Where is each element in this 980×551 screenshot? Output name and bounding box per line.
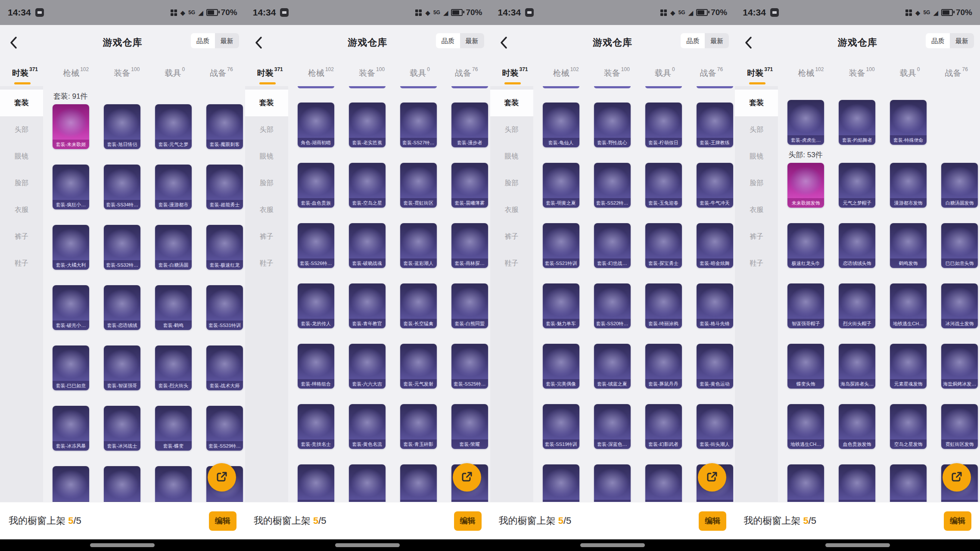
sidebar-item-face[interactable]: 脸部 (735, 170, 778, 196)
item-card[interactable]: 套装-龙的传人 (298, 283, 334, 328)
item-card[interactable]: 白糖汤圆发饰 (941, 163, 978, 208)
item-card[interactable]: 角色-达芬奇 (53, 466, 89, 502)
item-card[interactable]: 元气之梦帽子 (839, 163, 875, 208)
item-card[interactable]: 套装-老实芭蕉 (349, 103, 386, 147)
share-showcase-fab[interactable] (208, 463, 236, 492)
item-card[interactable]: 套装-荣耀 (451, 404, 488, 449)
sidebar-item-clothes[interactable]: 衣服 (490, 196, 533, 223)
item-card[interactable]: 套装-野性战心 (594, 103, 631, 147)
back-button[interactable] (252, 35, 265, 51)
item-card[interactable]: 套装-恋语绒绒 (104, 285, 140, 330)
item-card[interactable]: 套装-SS29特… (206, 406, 243, 451)
item-card[interactable]: 套装-鹤鸣 (155, 285, 192, 330)
sidebar-item-face[interactable]: 脸部 (245, 170, 288, 196)
item-card[interactable]: 套装-六六大吉 (349, 344, 386, 389)
sidebar-item-shoes[interactable]: 鞋子 (490, 250, 533, 277)
home-indicator[interactable] (335, 543, 400, 547)
item-card[interactable]: 血色贵族发饰 (839, 404, 875, 449)
sort-quality-button[interactable]: 品质 (926, 33, 950, 48)
item-card[interactable]: 漫游都市发饰 (890, 163, 927, 208)
item-card[interactable]: 套装-智谋强哥 (104, 346, 140, 390)
item-card[interactable]: 套装-明黄之夏 (543, 163, 579, 208)
sidebar-item-face[interactable]: 脸部 (0, 170, 43, 196)
item-card[interactable]: 套装-幻影武者 (645, 404, 682, 449)
item-card[interactable]: 套装-疯狂小… (53, 165, 89, 209)
item-card[interactable]: 烈火街头帽子 (839, 283, 875, 328)
tab-vehicles[interactable]: 载具0 (900, 68, 920, 79)
item-card[interactable]: 智谋强哥帽子 (787, 283, 824, 328)
sort-latest-button[interactable]: 最新 (215, 33, 239, 48)
tab-equipment[interactable]: 装备100 (114, 68, 140, 79)
sidebar-item-head[interactable]: 头部 (735, 116, 778, 143)
item-card[interactable]: 套装-雨林探… (451, 223, 488, 268)
item-card[interactable]: 套装-SS17特训 (645, 464, 682, 502)
item-card[interactable]: 套装-格斗先锋 (697, 283, 733, 328)
item-card[interactable]: 角色-湖雨初晴 (298, 103, 334, 147)
sidebar-item-shoes[interactable]: 鞋子 (735, 250, 778, 277)
item-card[interactable]: 套装-黄色运动 (697, 344, 733, 389)
item-card[interactable]: 套装-霓虹街区 (400, 163, 437, 208)
item-card[interactable]: 套装-旭日情侣 (104, 104, 140, 149)
item-card[interactable]: 套装-竞技达… (349, 464, 386, 502)
item-card[interactable]: 套装-SS18特训 (594, 464, 631, 502)
edit-button[interactable]: 编辑 (944, 511, 971, 531)
item-card[interactable]: 套装-特殊使命 (890, 100, 927, 145)
item-card[interactable]: 套装-烈火街头 (155, 346, 192, 390)
item-card[interactable]: 巳巳如意头饰 (941, 223, 978, 268)
item-card[interactable]: 冰河战士发饰 (941, 283, 978, 328)
item-card[interactable]: 套装-破壳小… (53, 285, 89, 330)
item-card[interactable]: 鹤鸣发饰 (890, 223, 927, 268)
item-card[interactable]: 套装-玉兔迎春 (645, 163, 682, 208)
item-card[interactable]: 极速红龙头巾 (787, 223, 824, 268)
item-grid-scroll-area[interactable]: 套装-虎虎生…套装-灼焰舞者套装-特殊使命头部: 53件未来歌姬发饰元气之梦帽子… (778, 86, 980, 502)
item-card[interactable]: 套装-竞技名士 (298, 404, 334, 449)
item-card[interactable]: 套装-元气之梦 (155, 104, 192, 149)
item-card[interactable]: 套装-SS34特… (104, 165, 140, 209)
item-card[interactable]: 套装-长空猛禽 (400, 283, 437, 328)
item-card[interactable]: 套装-魅力单车 (543, 283, 579, 328)
item-card[interactable]: 套装-黄色名流 (349, 404, 386, 449)
item-card[interactable]: 套装-深蓝色… (594, 404, 631, 449)
sidebar-item-head[interactable]: 头部 (245, 116, 288, 143)
item-card[interactable]: 套装-SS26特… (298, 223, 334, 268)
item-card[interactable]: 套装-牛气冲天 (697, 163, 733, 208)
sidebar-item-clothes[interactable]: 衣服 (245, 196, 288, 223)
item-card[interactable]: 套装-白色伏… (543, 464, 579, 502)
item-card[interactable]: 元素星魂发饰 (890, 344, 927, 389)
item-card[interactable]: 套装-元气发射 (400, 344, 437, 389)
item-card[interactable]: 套装-SS31特训 (206, 285, 243, 330)
item-card[interactable]: 套装-蓝彩潮人 (400, 223, 437, 268)
home-indicator[interactable] (580, 543, 645, 547)
sidebar-item-glasses[interactable]: 眼镜 (490, 143, 533, 170)
sidebar-item-sets[interactable]: 套装 (245, 90, 288, 116)
tab-supplies[interactable]: 战备76 (210, 68, 233, 79)
sidebar-item-glasses[interactable]: 眼镜 (245, 143, 288, 170)
item-card[interactable]: 套装-大橘大利 (53, 225, 89, 270)
item-card[interactable]: 套装-SS19特训 (543, 404, 579, 449)
tab-guns[interactable]: 枪械102 (798, 68, 824, 79)
item-card[interactable]: 套装-灼焰舞者 (839, 100, 875, 145)
item-grid-scroll-area[interactable]: 套装-龟仙人套装-野性战心套装-柠萌假日套装-王牌教练套装-明黄之夏套装-SS2… (533, 86, 735, 502)
tab-vehicles[interactable]: 载具0 (410, 68, 430, 79)
tab-fashion[interactable]: 时装371 (747, 68, 773, 79)
tab-guns[interactable]: 枪械102 (553, 68, 579, 79)
item-card[interactable]: 晨曦薄雾发饰 (787, 464, 824, 502)
tab-fashion[interactable]: 时装371 (257, 68, 283, 79)
sidebar-item-clothes[interactable]: 衣服 (0, 196, 43, 223)
tab-equipment[interactable]: 装备100 (359, 68, 385, 79)
tab-vehicles[interactable]: 载具0 (165, 68, 185, 79)
sidebar-item-clothes[interactable]: 衣服 (735, 196, 778, 223)
sidebar-item-head[interactable]: 头部 (490, 116, 533, 143)
sidebar-item-face[interactable]: 脸部 (490, 170, 533, 196)
item-card[interactable]: 套装-豚鼠丹丹 (645, 344, 682, 389)
share-showcase-fab[interactable] (698, 463, 726, 492)
sort-quality-button[interactable]: 品质 (436, 33, 460, 48)
item-card[interactable]: 套装-SS22特… (594, 163, 631, 208)
edit-button[interactable]: 编辑 (699, 511, 726, 531)
item-card[interactable]: 套装-柠萌假日 (645, 103, 682, 147)
item-card[interactable]: 套装-沙漠兵团 (155, 466, 192, 502)
item-card[interactable]: 套装-绅格组合 (298, 344, 334, 389)
item-card[interactable]: 套装-巳巳如意 (53, 346, 89, 390)
item-card[interactable]: 套装-SS25特… (451, 344, 488, 389)
sort-latest-button[interactable]: 最新 (705, 33, 729, 48)
